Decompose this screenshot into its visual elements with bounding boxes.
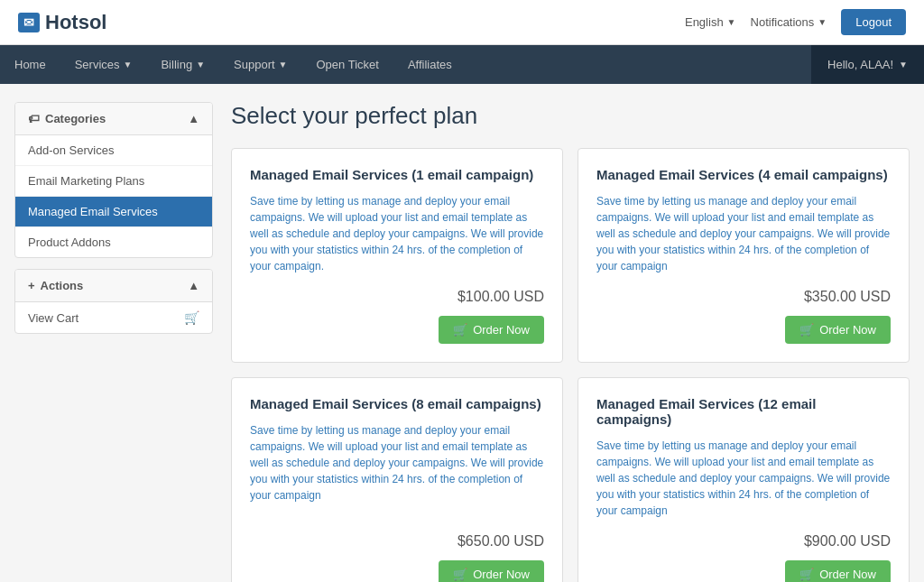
nav-left: Home Services ▼ Billing ▼ Support ▼ Open…	[0, 45, 467, 84]
plans-grid: Managed Email Services (1 email campaign…	[231, 148, 910, 582]
plan-price-3: $650.00 USD	[250, 533, 544, 550]
logo[interactable]: ✉ Hotsol	[18, 11, 106, 34]
order-label-4: Order Now	[819, 568, 876, 581]
nav-user-label: Hello, ALAA!	[827, 58, 893, 71]
plan-card-4: Managed Email Services (12 email campaig…	[578, 377, 910, 582]
plan-desc-2: Save time by letting us manage and deplo…	[596, 193, 891, 274]
sidebar-item-view-cart[interactable]: View Cart 🛒	[15, 302, 212, 333]
view-cart-label: View Cart	[28, 311, 79, 325]
plan-price-2: $350.00 USD	[596, 289, 891, 305]
support-chevron-icon: ▼	[279, 60, 288, 69]
notifications-chevron-icon: ▼	[818, 17, 827, 27]
main-container: 🏷 Categories ▲ Add-on Services Email Mar…	[0, 84, 924, 582]
cart-order-icon-4: 🛒	[799, 568, 814, 581]
plan-title-4: Managed Email Services (12 email campaig…	[596, 396, 891, 427]
actions-plus-icon: +	[28, 279, 35, 292]
categories-icon: 🏷	[28, 112, 40, 125]
user-chevron-icon: ▼	[899, 60, 908, 69]
actions-header-left: + Actions	[28, 279, 83, 292]
logo-text: Hotsol	[45, 11, 106, 34]
plan-card-2: Managed Email Services (4 email campaign…	[578, 148, 910, 363]
language-label: English	[685, 15, 724, 29]
notifications-label: Notifications	[751, 15, 815, 29]
billing-chevron-icon: ▼	[196, 60, 205, 69]
nav-bar: Home Services ▼ Billing ▼ Support ▼ Open…	[0, 45, 924, 84]
plan-desc-4: Save time by letting us manage and deplo…	[596, 438, 891, 519]
sidebar-item-addon-services[interactable]: Add-on Services	[15, 135, 212, 166]
categories-collapse-icon[interactable]: ▲	[188, 112, 199, 125]
language-chevron-icon: ▼	[727, 17, 736, 27]
sidebar-item-product-addons[interactable]: Product Addons	[15, 227, 212, 257]
notifications-link[interactable]: Notifications ▼	[751, 15, 827, 29]
cart-order-icon-2: 🛒	[799, 323, 814, 337]
nav-item-support[interactable]: Support ▼	[219, 45, 301, 84]
order-button-3[interactable]: 🛒 Order Now	[439, 560, 544, 582]
cart-order-icon-3: 🛒	[453, 568, 467, 581]
plan-price-1: $100.00 USD	[250, 289, 544, 305]
order-button-4[interactable]: 🛒 Order Now	[785, 560, 891, 582]
cart-order-icon-1: 🛒	[453, 323, 467, 337]
logout-button[interactable]: Logout	[841, 9, 906, 35]
plan-card-1: Managed Email Services (1 email campaign…	[231, 148, 563, 363]
nav-services-label: Services	[75, 58, 120, 71]
sidebar-item-managed-email[interactable]: Managed Email Services	[15, 197, 212, 227]
nav-item-home[interactable]: Home	[0, 45, 60, 84]
actions-collapse-icon[interactable]: ▲	[188, 279, 199, 292]
order-button-1[interactable]: 🛒 Order Now	[439, 316, 544, 344]
nav-billing-label: Billing	[161, 58, 192, 71]
nav-item-affiliates[interactable]: Affiliates	[393, 45, 467, 84]
order-label-1: Order Now	[473, 323, 530, 337]
order-label-2: Order Now	[819, 323, 876, 337]
main-content: Select your perfect plan Managed Email S…	[231, 102, 910, 582]
plan-price-4: $900.00 USD	[596, 533, 891, 550]
page-title: Select your perfect plan	[231, 102, 910, 130]
services-chevron-icon: ▼	[124, 60, 133, 69]
categories-header: 🏷 Categories ▲	[15, 103, 212, 135]
sidebar-item-email-marketing[interactable]: Email Marketing Plans	[15, 166, 212, 197]
order-label-3: Order Now	[473, 568, 530, 581]
order-button-2[interactable]: 🛒 Order Now	[785, 316, 891, 344]
plan-card-3: Managed Email Services (8 email campaign…	[231, 377, 563, 582]
plan-desc-1: Save time by letting us manage and deplo…	[250, 193, 544, 274]
plan-title-3: Managed Email Services (8 email campaign…	[250, 396, 544, 411]
categories-header-left: 🏷 Categories	[28, 112, 106, 125]
nav-support-label: Support	[234, 58, 275, 71]
actions-label: Actions	[41, 279, 84, 292]
nav-item-services[interactable]: Services ▼	[60, 45, 147, 84]
nav-user-menu[interactable]: Hello, ALAA! ▼	[811, 45, 924, 84]
categories-label: Categories	[45, 112, 106, 125]
nav-item-open-ticket[interactable]: Open Ticket	[302, 45, 393, 84]
categories-section: 🏷 Categories ▲ Add-on Services Email Mar…	[14, 102, 213, 258]
cart-icon: 🛒	[184, 310, 199, 325]
logo-icon: ✉	[18, 13, 40, 32]
top-bar: ✉ Hotsol English ▼ Notifications ▼ Logou…	[0, 0, 924, 45]
language-selector[interactable]: English ▼	[685, 15, 736, 29]
nav-item-billing[interactable]: Billing ▼	[146, 45, 219, 84]
sidebar: 🏷 Categories ▲ Add-on Services Email Mar…	[14, 102, 213, 345]
actions-header: + Actions ▲	[15, 270, 212, 302]
top-right-controls: English ▼ Notifications ▼ Logout	[685, 9, 906, 35]
plan-title-1: Managed Email Services (1 email campaign…	[250, 167, 544, 182]
actions-section: + Actions ▲ View Cart 🛒	[14, 269, 213, 334]
plan-desc-3: Save time by letting us manage and deplo…	[250, 422, 544, 519]
plan-title-2: Managed Email Services (4 email campaign…	[596, 167, 891, 182]
